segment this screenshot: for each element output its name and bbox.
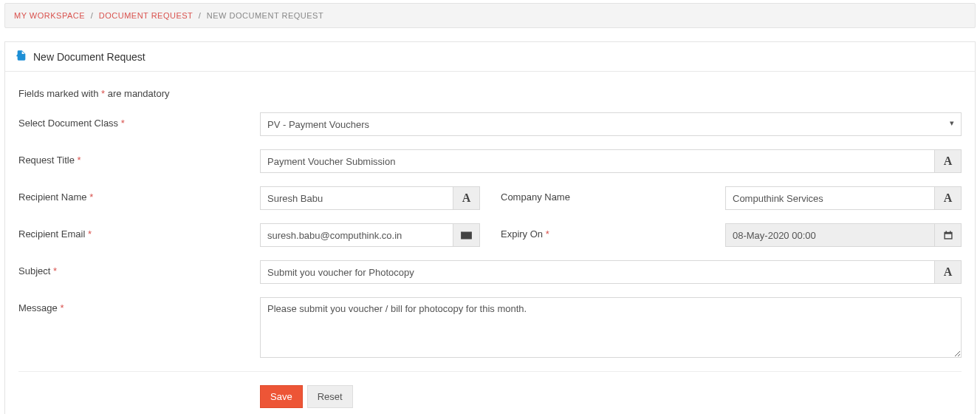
row-message: Message *: [18, 297, 962, 358]
row-subject: Subject * A: [18, 260, 962, 284]
breadcrumb-link-workspace[interactable]: MY WORKSPACE: [14, 11, 85, 20]
svg-rect-3: [950, 231, 950, 233]
label-expiry-on: Expiry On *: [480, 223, 725, 247]
breadcrumb-current: NEW DOCUMENT REQUEST: [207, 11, 323, 20]
panel-body: Fields marked with * are mandatory Selec…: [5, 72, 975, 414]
message-textarea[interactable]: [260, 297, 962, 358]
breadcrumb-sep: /: [196, 11, 205, 20]
reset-button[interactable]: Reset: [307, 385, 353, 408]
breadcrumb-sep: /: [88, 11, 97, 20]
breadcrumb-link-document-request[interactable]: DOCUMENT REQUEST: [99, 11, 193, 20]
label-recipient-name: Recipient Name *: [18, 186, 260, 203]
svg-rect-1: [945, 234, 950, 239]
envelope-icon[interactable]: [453, 223, 480, 247]
divider: [18, 371, 962, 372]
font-icon[interactable]: A: [935, 149, 962, 173]
panel-title: New Document Request: [33, 51, 145, 63]
label-document-class: Select Document Class *: [18, 112, 260, 129]
company-name-input[interactable]: [725, 186, 935, 210]
svg-rect-2: [945, 231, 946, 233]
row-document-class: Select Document Class * PV - Payment Vou…: [18, 112, 962, 136]
asterisk-icon: *: [78, 155, 81, 166]
request-title-input[interactable]: [260, 149, 935, 173]
panel-new-document-request: New Document Request Fields marked with …: [4, 41, 976, 414]
asterisk-icon: *: [60, 302, 64, 313]
label-company-name: Company Name: [480, 186, 725, 210]
asterisk-icon: *: [88, 228, 92, 240]
recipient-email-input[interactable]: [260, 223, 453, 247]
note-prefix: Fields marked with: [18, 88, 101, 99]
label-request-title: Request Title *: [18, 149, 260, 166]
recipient-name-input[interactable]: [260, 186, 453, 210]
row-request-title: Request Title * A: [18, 149, 962, 173]
asterisk-icon: *: [546, 228, 549, 240]
document-icon: [16, 50, 27, 64]
document-class-select[interactable]: PV - Payment Vouchers: [260, 112, 962, 136]
asterisk-icon: *: [53, 265, 57, 276]
label-message: Message *: [18, 297, 260, 313]
panel-header: New Document Request: [5, 42, 975, 72]
font-icon[interactable]: A: [453, 186, 480, 210]
asterisk-icon: *: [89, 191, 93, 203]
asterisk-icon: *: [121, 118, 125, 129]
save-button[interactable]: Save: [260, 385, 303, 408]
row-recipient-name: Recipient Name * A Company Name: [18, 186, 962, 210]
font-icon[interactable]: A: [935, 186, 962, 210]
row-recipient-email: Recipient Email * Expiry On *: [18, 223, 962, 247]
font-icon[interactable]: A: [935, 260, 962, 284]
expiry-on-input[interactable]: [725, 223, 935, 247]
button-row: Save Reset: [18, 385, 962, 408]
calendar-icon[interactable]: [935, 223, 962, 247]
label-recipient-email: Recipient Email *: [18, 223, 260, 240]
mandatory-note: Fields marked with * are mandatory: [18, 88, 962, 99]
subject-input[interactable]: [260, 260, 935, 284]
note-suffix: are mandatory: [105, 88, 169, 99]
breadcrumb: MY WORKSPACE / DOCUMENT REQUEST / NEW DO…: [4, 3, 976, 28]
label-subject: Subject *: [18, 260, 260, 276]
